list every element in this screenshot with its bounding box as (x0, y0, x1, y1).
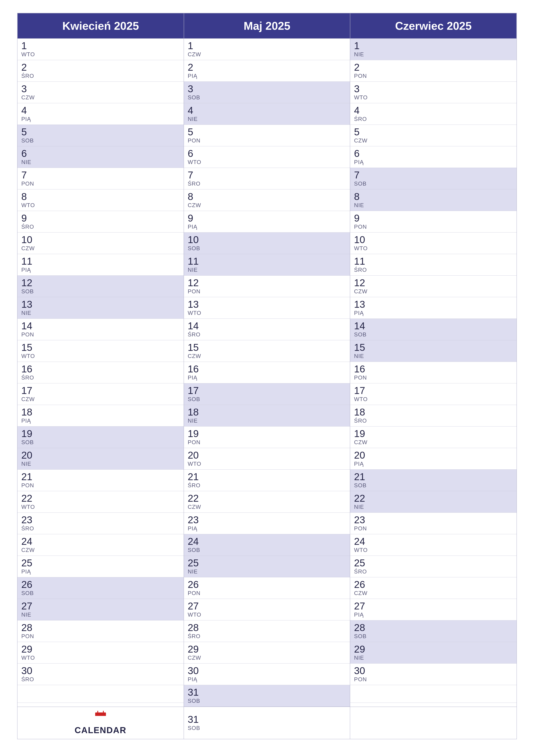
day-number: 17 (188, 386, 346, 395)
day-number: 26 (188, 580, 346, 589)
day-name: PIĄ (21, 267, 180, 273)
day-number: 29 (21, 644, 180, 654)
day-cell: 20PIĄ (350, 448, 517, 470)
may-column: 1CZW2PIĄ3SOB4NIE5PON6WTO7ŚRO8CZW9PIĄ10SO… (184, 39, 350, 707)
day-cell: 27NIE (17, 599, 184, 620)
day-cell: 27PIĄ (350, 599, 517, 620)
day-name: WTO (188, 461, 346, 467)
day-number: 25 (188, 558, 346, 568)
day-cell: 19PON (184, 426, 350, 448)
day-number: 30 (21, 666, 180, 676)
day-cell: 15WTO (17, 340, 184, 362)
day-number: 21 (188, 472, 346, 482)
day-cell: 17CZW (17, 383, 184, 405)
day-number: 5 (354, 127, 513, 137)
day-number: 6 (21, 148, 180, 158)
day-cell: 21SOB (350, 470, 517, 491)
day-cell: 14SOB (350, 319, 517, 340)
day-name: ŚRO (21, 224, 180, 230)
day-number: 13 (21, 299, 180, 309)
day-name: PIĄ (354, 159, 513, 166)
day-number: 18 (354, 407, 513, 417)
day-number: 19 (21, 429, 180, 439)
day-number: 16 (354, 364, 513, 374)
day-number: 30 (188, 666, 346, 676)
day-number: 13 (354, 299, 513, 309)
day-name: CZW (354, 288, 513, 295)
day-name: PON (188, 590, 346, 597)
day-cell: 13NIE (17, 297, 184, 319)
day-name: NIE (188, 116, 346, 122)
day-name: WTO (188, 310, 346, 316)
day-cell: 8NIE (350, 189, 517, 211)
day-name: PON (188, 137, 346, 144)
day-name: PON (354, 73, 513, 79)
day-cell: 28PON (17, 620, 184, 642)
day-number: 17 (354, 386, 513, 395)
day-cell: 7SOB (350, 168, 517, 189)
day-name: WTO (21, 504, 180, 510)
day-number: 27 (21, 601, 180, 611)
day-cell: 13WTO (184, 297, 350, 319)
day-number: 20 (21, 450, 180, 460)
day-cell: 4PIĄ (17, 103, 184, 125)
day-number: 7 (188, 170, 346, 180)
day-name: NIE (21, 611, 180, 618)
day-number: 23 (354, 515, 513, 525)
month-header-may: Maj 2025 (184, 13, 350, 39)
day-cell: 21PON (17, 470, 184, 491)
day-name: PON (21, 331, 180, 338)
day-cell: 17WTO (350, 383, 517, 405)
day-cell: 26CZW (350, 577, 517, 599)
day-number: 3 (188, 84, 346, 94)
day-cell: 11PIĄ (17, 254, 184, 276)
day-cell: 25ŚRO (350, 556, 517, 577)
day-name: PON (354, 224, 513, 230)
day-number: 18 (21, 407, 180, 417)
day-cell: 31SOB (184, 685, 350, 707)
day-cell: 8WTO (17, 189, 184, 211)
day-number: 4 (21, 105, 180, 115)
day-cell: 17SOB (184, 383, 350, 405)
day-cell: 12CZW (350, 276, 517, 297)
day-cell: 30ŚRO (17, 663, 184, 685)
day-name: NIE (354, 504, 513, 510)
day-cell: 12PON (184, 276, 350, 297)
day-cell: 19SOB (17, 426, 184, 448)
day-number: 12 (354, 278, 513, 288)
day-cell: 13PIĄ (350, 297, 517, 319)
day-number: 4 (354, 105, 513, 115)
day-name: ŚRO (354, 418, 513, 424)
day-cell: 18ŚRO (350, 405, 517, 426)
day-cell: 3WTO (350, 82, 517, 103)
day-number: 7 (354, 170, 513, 180)
day-cell: 14ŚRO (184, 319, 350, 340)
day-name: CZW (188, 51, 346, 58)
day-number: 22 (188, 493, 346, 503)
day-number: 12 (188, 278, 346, 288)
day-number: 22 (21, 493, 180, 503)
day-cell: 26PON (184, 577, 350, 599)
day-name: PON (354, 676, 513, 683)
day-name: SOB (21, 590, 180, 597)
day-number: 6 (188, 148, 346, 158)
day-name: CZW (354, 137, 513, 144)
day-number: 18 (188, 407, 346, 417)
day-cell: 5PON (184, 125, 350, 146)
calendar-container: Kwiecień 2025 Maj 2025 Czerwiec 2025 1WT… (17, 13, 517, 739)
day-number: 31 (188, 715, 346, 724)
day-number: 19 (354, 429, 513, 439)
day-name: NIE (354, 655, 513, 661)
day-name: NIE (21, 461, 180, 467)
day-name: ŚRO (188, 633, 346, 640)
day-cell: 14PON (17, 319, 184, 340)
footer-june (350, 707, 517, 739)
day-name: PON (354, 525, 513, 532)
day-cell: 21ŚRO (184, 470, 350, 491)
day-number: 31 (188, 687, 346, 697)
day-name: NIE (354, 202, 513, 209)
day-name: PIĄ (21, 116, 180, 122)
day-number: 21 (21, 472, 180, 482)
day-cell: 6WTO (184, 146, 350, 168)
day-cell: 30PIĄ (184, 663, 350, 685)
